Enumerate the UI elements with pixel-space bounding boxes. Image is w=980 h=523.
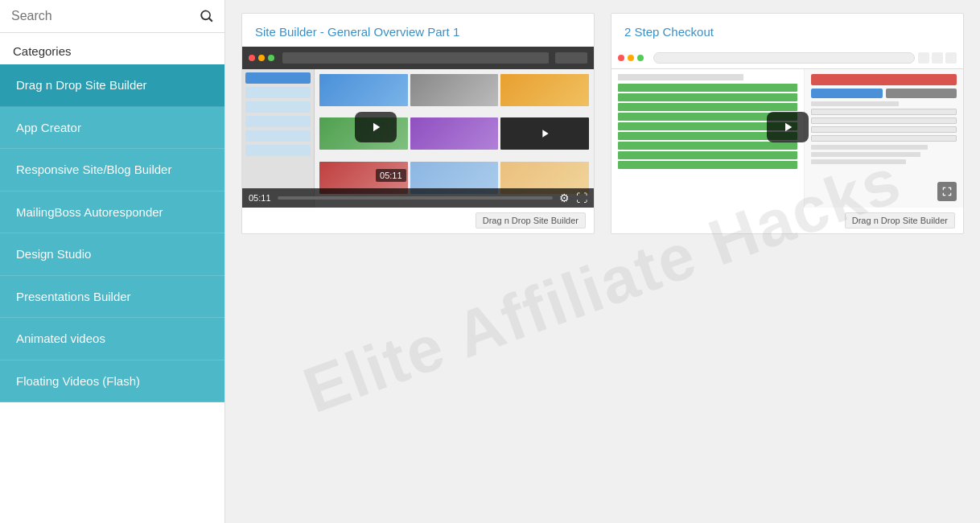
play-button-2[interactable]	[767, 112, 809, 142]
search-input[interactable]	[0, 1, 189, 31]
play-icon-small	[538, 127, 551, 140]
play-icon	[369, 120, 383, 134]
sidebar: Categories Drag n Drop Site Builder App …	[0, 0, 225, 523]
main-content: Elite Affiliate Hacks Site Builder - Gen…	[225, 0, 980, 523]
fullscreen-icon[interactable]: ⛶	[576, 191, 587, 204]
sidebar-item-drag-n-drop[interactable]: Drag n Drop Site Builder	[0, 64, 224, 107]
category-list: Drag n Drop Site Builder App Creator Res…	[0, 64, 224, 402]
play-icon-2	[780, 120, 795, 134]
sidebar-item-responsive[interactable]: Responsive Site/Blog Builder	[0, 149, 224, 191]
card-video-area-1[interactable]: 05:11 05:11 ⚙ ⛶	[242, 47, 594, 208]
play-button-1[interactable]	[355, 112, 397, 142]
card-tag-2: Drag n Drop Site Builder	[611, 208, 963, 233]
video-topbar-2	[611, 47, 963, 69]
video-duration: 05:11	[376, 169, 406, 182]
sidebar-item-animated-videos[interactable]: Animated videos	[0, 318, 224, 360]
search-button[interactable]	[189, 0, 224, 32]
tag-badge: Drag n Drop Site Builder	[476, 212, 586, 229]
sidebar-item-app-creator[interactable]: App Creator	[0, 107, 224, 150]
search-area	[0, 0, 224, 33]
video-time: 05:11	[249, 193, 271, 203]
card-title-2: 2 Step Checkout	[611, 14, 963, 47]
fullscreen-button-2[interactable]	[937, 182, 957, 201]
progress-bar[interactable]	[278, 196, 553, 200]
video-content	[242, 69, 594, 208]
sidebar-item-design-studio[interactable]: Design Studio	[0, 233, 224, 276]
search-icon	[199, 8, 215, 24]
tag-badge-2: Drag n Drop Site Builder	[845, 212, 955, 229]
sidebar-item-mailingboss[interactable]: MailingBoss Autoresponder	[0, 191, 224, 234]
video-topbar	[242, 47, 594, 69]
card-checkout: 2 Step Checkout	[611, 13, 964, 234]
card-title: Site Builder - General Overview Part 1	[242, 14, 594, 47]
card-video-area-2[interactable]	[611, 47, 963, 208]
settings-icon[interactable]: ⚙	[559, 191, 570, 204]
video-thumbnail-1	[242, 47, 594, 208]
categories-label: Categories	[0, 33, 224, 64]
card-tag-1: Drag n Drop Site Builder	[242, 208, 594, 233]
sidebar-item-presentations[interactable]: Presentations Builder	[0, 276, 224, 319]
video-sidebar-left	[242, 69, 315, 208]
fullscreen-icon-2	[941, 186, 953, 197]
cards-grid: Site Builder - General Overview Part 1	[241, 0, 964, 234]
video-controls-1: 05:11 ⚙ ⛶	[242, 188, 594, 208]
card-site-builder: Site Builder - General Overview Part 1	[241, 13, 595, 234]
sidebar-item-floating-videos[interactable]: Floating Videos (Flash)	[0, 360, 224, 403]
